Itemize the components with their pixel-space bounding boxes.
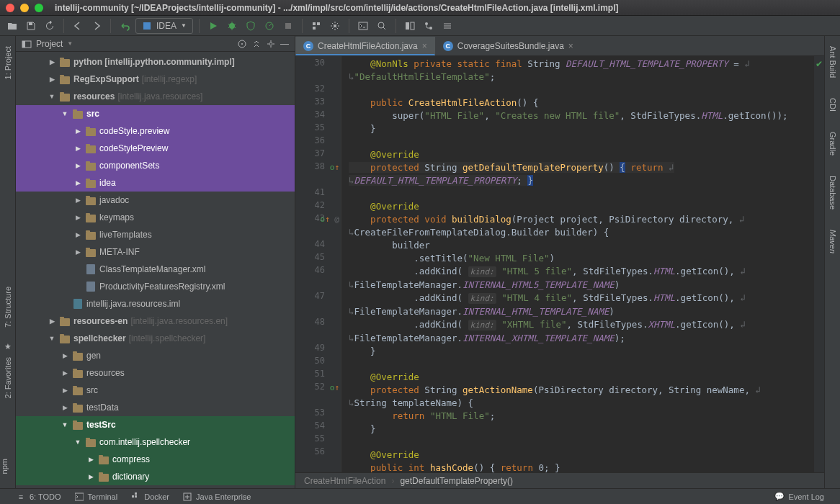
project-tool-button[interactable]: 1: Project xyxy=(0,36,15,89)
tree-row[interactable]: ▶liveTemplates xyxy=(16,226,295,243)
gutter-line[interactable]: 44 xyxy=(295,239,341,252)
gutter-marker-icon[interactable]: o↑ @ xyxy=(321,215,340,224)
gutter-line[interactable]: 49 xyxy=(295,343,341,356)
close-window[interactable] xyxy=(6,4,14,12)
database-tool-button[interactable]: Database xyxy=(825,166,840,220)
gutter-line[interactable]: 43o↑ @ xyxy=(295,213,341,226)
gutter-line[interactable]: 36 xyxy=(295,135,341,148)
vcs-icon[interactable] xyxy=(421,18,437,34)
favorites-tool-button[interactable]: ★ 2: Favorites xyxy=(0,338,15,408)
tree-arrow-icon[interactable]: ▶ xyxy=(48,58,56,66)
ant-tool-button[interactable]: Ant Build xyxy=(825,36,840,88)
gutter-line[interactable] xyxy=(295,174,341,187)
tree-row[interactable]: ▶keymaps xyxy=(16,209,295,226)
gutter-line[interactable]: 56 xyxy=(295,446,341,459)
gutter-line[interactable]: 34 xyxy=(295,109,341,122)
gutter-line[interactable]: 48 xyxy=(295,317,341,330)
more-icon[interactable] xyxy=(439,18,455,34)
tree-arrow-icon[interactable]: ▶ xyxy=(48,318,56,325)
tree-arrow-icon[interactable]: ▶ xyxy=(61,404,69,411)
tree-arrow-icon[interactable]: ▶ xyxy=(86,473,95,480)
tree-arrow-icon[interactable]: ▶ xyxy=(61,369,69,377)
target-icon[interactable] xyxy=(237,39,247,49)
minimize-window[interactable] xyxy=(20,4,29,12)
tree-row[interactable]: ▶codeStyle.preview xyxy=(16,122,295,140)
layout-icon[interactable] xyxy=(402,18,418,34)
tree-arrow-icon[interactable]: ▶ xyxy=(73,162,82,169)
save-all-icon[interactable] xyxy=(23,18,39,34)
code-editor[interactable]: @NonNls private static final String DEFA… xyxy=(341,56,814,472)
terminal-icon[interactable] xyxy=(355,18,371,34)
tree-row[interactable]: ▶idea xyxy=(16,174,295,192)
tree-arrow-icon[interactable]: ▶ xyxy=(73,214,82,221)
tree-row[interactable]: ▶resources xyxy=(16,364,295,382)
tree-arrow-icon[interactable]: ▼ xyxy=(73,438,82,446)
npm-tool-button[interactable]: npm xyxy=(0,449,9,484)
tree-row[interactable]: ▶src xyxy=(16,382,295,399)
cdi-tool-button[interactable]: CDI xyxy=(825,88,840,122)
sync-icon[interactable] xyxy=(42,18,58,34)
tree-arrow-icon[interactable]: ▶ xyxy=(86,456,95,463)
tree-row[interactable]: ▶javadoc xyxy=(16,192,295,209)
tree-arrow-icon[interactable]: ▼ xyxy=(61,110,69,117)
gutter-line[interactable]: 38o↑ xyxy=(295,161,341,174)
java-enterprise-tool-button[interactable]: Java Enterprise xyxy=(182,492,251,502)
editor-status-stripe[interactable]: ✔ xyxy=(814,56,824,472)
gutter-line[interactable]: 52o↑ xyxy=(295,382,341,395)
docker-tool-button[interactable]: Docker xyxy=(130,492,169,502)
collapse-all-icon[interactable] xyxy=(251,39,262,49)
tree-row[interactable]: ▶componentSets xyxy=(16,157,295,174)
run-config-dropdown[interactable]: IDEA ▼ xyxy=(135,18,193,34)
tree-arrow-icon[interactable]: ▼ xyxy=(61,421,69,428)
gutter-line[interactable]: 30 xyxy=(295,58,341,71)
editor-tab[interactable]: CCoverageSuitesBundle.java× xyxy=(435,37,581,55)
gutter-line[interactable]: 55 xyxy=(295,433,341,446)
gear-icon[interactable] xyxy=(266,39,276,49)
tree-arrow-icon[interactable]: ▶ xyxy=(73,179,82,186)
gutter-line[interactable]: 47 xyxy=(295,291,341,304)
project-structure-icon[interactable] xyxy=(308,18,324,34)
tree-row[interactable]: ▶python [intellij.python.community.impl] xyxy=(16,53,295,71)
tree-row[interactable]: ▶compress xyxy=(16,451,295,468)
profile-icon[interactable] xyxy=(262,18,277,34)
gutter-line[interactable]: 42 xyxy=(295,200,341,213)
tree-row[interactable]: ▶resources-en [intellij.java.resources.e… xyxy=(16,312,295,330)
gutter-marker-icon[interactable]: o↑ xyxy=(330,383,339,392)
gutter-line[interactable] xyxy=(295,304,341,317)
tree-arrow-icon[interactable]: ▶ xyxy=(73,127,82,135)
gutter-line[interactable]: 51 xyxy=(295,369,341,382)
tree-arrow-icon[interactable]: ▶ xyxy=(73,197,82,204)
tree-row[interactable]: ▶codeStylePreview xyxy=(16,140,295,157)
structure-tool-button[interactable]: 7: Structure xyxy=(0,276,15,338)
tree-row[interactable]: ProductivityFeaturesRegistry.xml xyxy=(16,278,295,295)
gutter-line[interactable]: 32 xyxy=(295,84,341,96)
tree-arrow-icon[interactable]: ▶ xyxy=(73,231,82,238)
undo-action-icon[interactable] xyxy=(117,18,133,34)
tree-arrow-icon[interactable]: ▶ xyxy=(61,352,69,359)
gutter-line[interactable] xyxy=(295,395,341,408)
tree-row[interactable]: ▼spellchecker [intellij.spellchecker] xyxy=(16,330,295,347)
gutter-line[interactable] xyxy=(295,330,341,343)
tree-row[interactable]: ▼resources [intellij.java.resources] xyxy=(16,88,295,105)
gutter-line[interactable]: 35 xyxy=(295,122,341,135)
tree-row[interactable]: ▶testData xyxy=(16,399,295,416)
tree-row[interactable]: ▶gen xyxy=(16,347,295,364)
tree-row[interactable]: ClassTemplateManager.xml xyxy=(16,261,295,278)
editor-gutter[interactable]: 3032333435363738o↑414243o↑ @444546474849… xyxy=(295,56,341,472)
gutter-line[interactable]: 53 xyxy=(295,408,341,420)
project-view-selector[interactable]: Project ▼ xyxy=(22,39,73,49)
tree-row[interactable]: ▶dictionary xyxy=(16,468,295,485)
gutter-marker-icon[interactable]: o↑ xyxy=(330,163,339,172)
tree-row[interactable]: ▶META-INF xyxy=(16,243,295,261)
gradle-tool-button[interactable]: Gradle xyxy=(825,122,840,166)
gutter-line[interactable]: 33 xyxy=(295,96,341,109)
stop-icon[interactable] xyxy=(280,18,296,34)
breadcrumb-item[interactable]: getDefaultTemplateProperty() xyxy=(400,476,513,486)
settings-icon[interactable] xyxy=(327,18,343,34)
gutter-line[interactable]: 50 xyxy=(295,356,341,369)
tree-row[interactable]: ▼testSrc xyxy=(16,416,295,433)
gutter-line[interactable]: 41 xyxy=(295,187,341,200)
maximize-window[interactable] xyxy=(35,4,43,12)
gutter-line[interactable] xyxy=(295,71,341,84)
todo-tool-button[interactable]: ≡6: TODO xyxy=(16,492,61,502)
